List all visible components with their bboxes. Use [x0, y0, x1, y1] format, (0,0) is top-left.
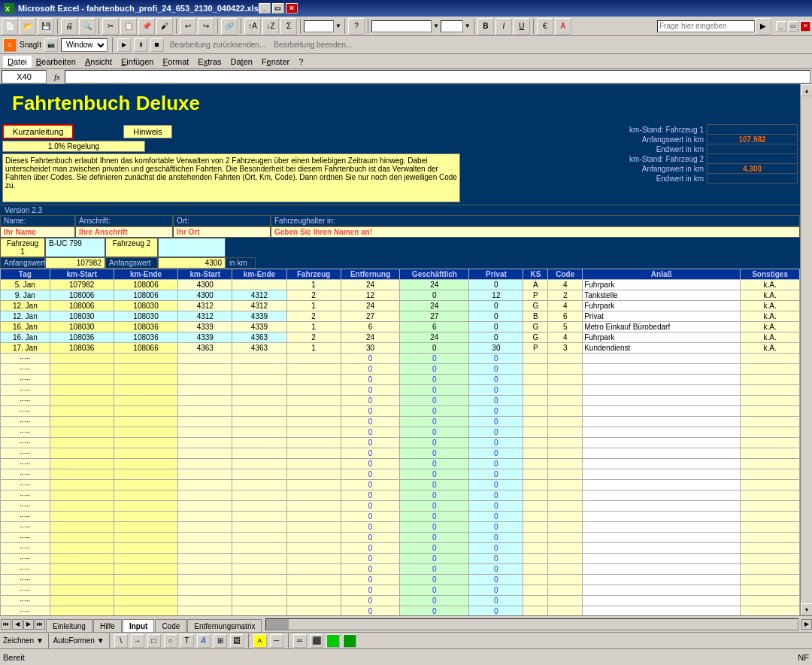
- td-kmstart2-empty[interactable]: [178, 554, 232, 564]
- td-kmend2-empty[interactable]: [232, 459, 286, 469]
- td-privat-empty[interactable]: 0: [469, 438, 523, 448]
- td-kmend2-empty[interactable]: [232, 512, 286, 522]
- td-fz[interactable]: 1: [286, 280, 341, 290]
- td-privat-empty[interactable]: 0: [469, 596, 523, 606]
- italic-button[interactable]: I: [495, 18, 512, 35]
- td-anlass-empty[interactable]: [583, 480, 741, 490]
- td-geschaeft[interactable]: 24: [400, 301, 469, 311]
- td-fz[interactable]: 2: [286, 332, 341, 343]
- td-kmstart1-empty[interactable]: [50, 512, 114, 522]
- td-sonstiges-empty[interactable]: [741, 375, 800, 385]
- tab-next-button[interactable]: ▶: [23, 619, 34, 630]
- td-geschaeft-empty[interactable]: 0: [400, 606, 469, 616]
- td-privat-empty[interactable]: 0: [469, 564, 523, 575]
- td-kmend1-empty[interactable]: [114, 533, 177, 543]
- sheet-tab-einleitung[interactable]: Einleitung: [46, 619, 92, 633]
- td-fz-empty[interactable]: [286, 543, 341, 554]
- td-fz-empty[interactable]: [286, 501, 341, 512]
- td-privat-empty[interactable]: 0: [469, 459, 523, 469]
- td-entf-empty[interactable]: 0: [341, 385, 400, 396]
- td-entf-empty[interactable]: 0: [341, 585, 400, 596]
- menu-extras[interactable]: Extras: [193, 56, 226, 68]
- snagit-btn4[interactable]: ⏸: [134, 38, 147, 52]
- td-privat[interactable]: 12: [469, 290, 523, 301]
- search-button[interactable]: ▶: [755, 18, 771, 35]
- td-geschaeft-empty[interactable]: 0: [400, 417, 469, 427]
- td-ks-empty[interactable]: [523, 417, 548, 427]
- td-kmend2-empty[interactable]: [232, 585, 286, 596]
- td-ks-empty[interactable]: [523, 564, 548, 575]
- copy-button[interactable]: 📋: [120, 18, 137, 35]
- td-kmend1-empty[interactable]: [114, 501, 177, 512]
- td-anlass-empty[interactable]: [583, 364, 741, 375]
- draw-btn4[interactable]: [343, 634, 356, 648]
- wordart-tool[interactable]: A: [197, 634, 211, 648]
- td-geschaeft[interactable]: 24: [400, 332, 469, 343]
- td-kmstart2-empty[interactable]: [178, 396, 232, 406]
- td-kmend2[interactable]: 4312: [232, 290, 286, 301]
- td-kmend2-empty[interactable]: [232, 564, 286, 575]
- td-privat-empty[interactable]: 0: [469, 448, 523, 459]
- td-kmstart2-empty[interactable]: [178, 543, 232, 554]
- td-sonstiges-empty[interactable]: [741, 533, 800, 543]
- td-privat-empty[interactable]: 0: [469, 417, 523, 427]
- td-entf-empty[interactable]: 0: [341, 354, 400, 364]
- td-sonstiges-empty[interactable]: [741, 522, 800, 533]
- td-sonstiges-empty[interactable]: [741, 364, 800, 375]
- td-entf-empty[interactable]: 0: [341, 490, 400, 501]
- td-tag-empty[interactable]: ·····: [1, 364, 50, 375]
- td-fz[interactable]: 1: [286, 301, 341, 311]
- clipart-tool[interactable]: 🖼: [230, 634, 244, 648]
- td-kmend1-empty[interactable]: [114, 543, 177, 554]
- td-tag-empty[interactable]: ·····: [1, 480, 50, 490]
- td-ks[interactable]: G: [523, 332, 548, 343]
- td-kmstart2-empty[interactable]: [178, 606, 232, 616]
- td-kmstart1-empty[interactable]: [50, 417, 114, 427]
- td-sonstiges-empty[interactable]: [741, 406, 800, 417]
- td-anlass-empty[interactable]: [583, 406, 741, 417]
- arrow-tool[interactable]: →: [131, 634, 144, 648]
- td-fz-empty[interactable]: [286, 596, 341, 606]
- td-entf-empty[interactable]: 0: [341, 543, 400, 554]
- td-ks-empty[interactable]: [523, 543, 548, 554]
- td-fz[interactable]: 1: [286, 343, 341, 354]
- td-kmend1[interactable]: 108066: [114, 343, 177, 354]
- td-privat-empty[interactable]: 0: [469, 585, 523, 596]
- td-kmend2-empty[interactable]: [232, 385, 286, 396]
- td-geschaeft-empty[interactable]: 0: [400, 480, 469, 490]
- td-code-empty[interactable]: [548, 480, 583, 490]
- td-ks[interactable]: B: [523, 311, 548, 322]
- td-kmstart1-empty[interactable]: [50, 575, 114, 585]
- restore-button[interactable]: ▭: [272, 3, 284, 14]
- td-kmstart1-empty[interactable]: [50, 543, 114, 554]
- td-privat[interactable]: 0: [469, 280, 523, 290]
- td-kmend2-empty[interactable]: [232, 375, 286, 385]
- td-ks-empty[interactable]: [523, 554, 548, 564]
- td-entf-empty[interactable]: 0: [341, 596, 400, 606]
- td-ks-empty[interactable]: [523, 585, 548, 596]
- td-code-empty[interactable]: [548, 427, 583, 438]
- td-kmend2-empty[interactable]: [232, 438, 286, 448]
- td-code-empty[interactable]: [548, 564, 583, 575]
- td-code-empty[interactable]: [548, 606, 583, 616]
- td-kmstart1[interactable]: 108006: [50, 301, 114, 311]
- td-entf[interactable]: 24: [341, 280, 400, 290]
- scroll-up-button[interactable]: ▲: [801, 84, 812, 96]
- td-sonstiges-empty[interactable]: [741, 448, 800, 459]
- td-ks-empty[interactable]: [523, 606, 548, 616]
- font-size-input[interactable]: 10: [441, 20, 463, 32]
- scroll-down-button[interactable]: ▼: [801, 603, 812, 615]
- td-sonstiges-empty[interactable]: [741, 385, 800, 396]
- td-kmend1-empty[interactable]: [114, 596, 177, 606]
- td-entf-empty[interactable]: 0: [341, 522, 400, 533]
- td-anlass-empty[interactable]: [583, 448, 741, 459]
- td-ks-empty[interactable]: [523, 533, 548, 543]
- td-kmstart2-empty[interactable]: [178, 364, 232, 375]
- td-privat-empty[interactable]: 0: [469, 522, 523, 533]
- cut-button[interactable]: ✂: [102, 18, 119, 35]
- td-entf[interactable]: 12: [341, 290, 400, 301]
- td-fz-empty[interactable]: [286, 490, 341, 501]
- td-code-empty[interactable]: [548, 575, 583, 585]
- td-geschaeft-empty[interactable]: 0: [400, 533, 469, 543]
- td-geschaeft[interactable]: 27: [400, 311, 469, 322]
